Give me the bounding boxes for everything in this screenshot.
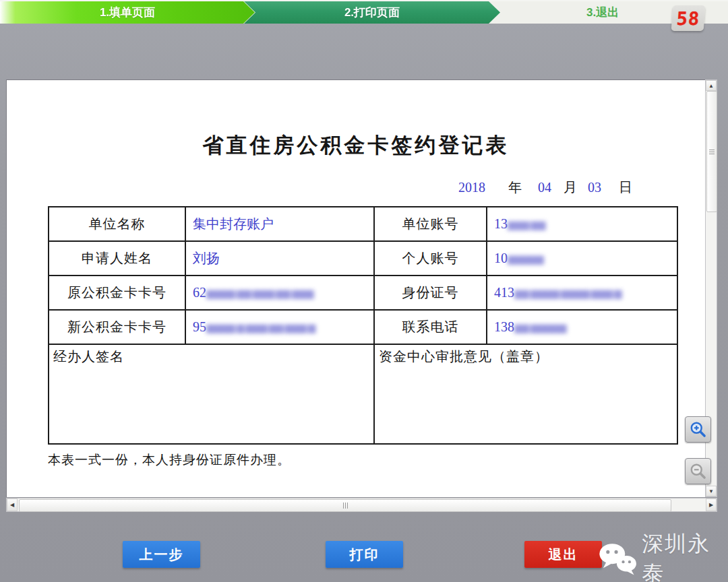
redacted-blur: ▆▆▆▆ ▆ ▆▆▆ ▆▆ ▆▆▆ ▆ — [206, 321, 315, 333]
redacted-blur: ▆▆ ▆▆▆▆ ▆▆▆▆ ▆▆▆ ▆ — [514, 287, 621, 299]
horizontal-scroll-thumb[interactable] — [19, 499, 671, 512]
scroll-right-button[interactable]: ▶ — [706, 498, 717, 511]
document-date: 2018 年 04 月 03 日 — [7, 179, 705, 197]
thumb-grip — [345, 503, 346, 509]
date-year: 2018 — [458, 180, 485, 195]
previous-step-button[interactable]: 上一步 — [123, 541, 200, 568]
approval-opinion-cell: 资金中心审批意见（盖章） — [374, 344, 677, 444]
field-value-contact-phone: 138▆▆ ▆▆▆▆▆ — [487, 310, 677, 344]
thumb-grip — [709, 152, 715, 152]
document-title: 省直住房公积金卡签约登记表 — [7, 131, 705, 160]
watermark-text: 深圳永泰 — [642, 529, 728, 582]
scroll-down-button[interactable]: ▼ — [706, 486, 717, 496]
document-footnote: 本表一式一份，本人持身份证原件办理。 — [48, 451, 705, 469]
scroll-up-button[interactable]: ▲ — [706, 80, 717, 91]
table-row: 经办人签名 资金中心审批意见（盖章） — [49, 344, 677, 444]
table-row: 新公积金卡卡号 95▆▆▆▆ ▆ ▆▆▆ ▆▆ ▆▆▆ ▆ 联系电话 138▆▆… — [49, 310, 677, 344]
progress-step-label: 3.退出 — [586, 5, 619, 20]
field-value-personal-account: 10▆▆▆▆▆ — [487, 241, 677, 276]
date-month-unit: 月 — [564, 179, 577, 197]
field-value-old-card-number: 62▆▆▆▆ ▆▆ ▆▆▆ ▆▆ ▆▆▆ — [185, 276, 374, 310]
field-value-unit-account: 13▆▆▆ ▆▆ — [487, 207, 677, 241]
zoom-in-icon — [689, 420, 707, 439]
field-value-id-number: 413▆▆ ▆▆▆▆ ▆▆▆▆ ▆▆▆ ▆ — [487, 276, 677, 310]
zoom-out-icon — [689, 462, 707, 480]
field-value-unit-name: 集中封存账户 — [185, 207, 374, 241]
field-label-id-number: 身份证号 — [374, 276, 487, 310]
progress-bar: 3.退出 2.打印页面 1.填单页面 — [0, 0, 728, 24]
field-label-unit-name: 单位名称 — [49, 207, 185, 241]
vertical-scroll-thumb[interactable] — [706, 91, 717, 212]
redacted-blur: ▆▆▆ ▆▆ — [508, 218, 545, 230]
progress-step-label: 2.打印页面 — [344, 5, 400, 20]
countdown-timer: 58 — [671, 5, 706, 31]
field-value-applicant-name: 刘扬 — [185, 241, 374, 276]
registration-form-table: 单位名称 集中封存账户 单位账号 13▆▆▆ ▆▆ 申请人姓名 刘扬 个人账号 … — [48, 206, 678, 445]
field-label-old-card-number: 原公积金卡卡号 — [49, 276, 185, 310]
field-value-new-card-number: 95▆▆▆▆ ▆ ▆▆▆ ▆▆ ▆▆▆ ▆ — [185, 310, 374, 344]
zoom-out-button[interactable] — [685, 458, 711, 484]
field-label-new-card-number: 新公积金卡卡号 — [49, 310, 185, 344]
date-year-unit: 年 — [508, 179, 522, 197]
redacted-blur: ▆▆ ▆▆▆▆▆ — [514, 321, 566, 333]
progress-step-print: 2.打印页面 — [244, 1, 500, 24]
table-row: 原公积金卡卡号 62▆▆▆▆ ▆▆ ▆▆▆ ▆▆ ▆▆▆ 身份证号 413▆▆ … — [49, 276, 677, 310]
field-label-personal-account: 个人账号 — [374, 241, 487, 276]
table-row: 申请人姓名 刘扬 个人账号 10▆▆▆▆▆ — [49, 241, 677, 276]
field-label-unit-account: 单位账号 — [374, 207, 487, 241]
scroll-right-icon: ▶ — [709, 502, 713, 508]
progress-step-fill: 1.填单页面 — [0, 1, 255, 24]
kiosk-screen: 3.退出 2.打印页面 1.填单页面 58 省直住房公积金卡签约登记表 2018… — [0, 0, 728, 582]
horizontal-scrollbar[interactable]: ◀ ▶ — [6, 498, 717, 512]
print-button[interactable]: 打印 — [326, 541, 403, 568]
scroll-down-icon: ▼ — [708, 488, 714, 494]
scroll-left-icon: ◀ — [10, 502, 14, 508]
wechat-icon — [597, 540, 638, 578]
progress-step-label: 1.填单页面 — [100, 5, 155, 20]
scroll-left-button[interactable]: ◀ — [7, 498, 18, 511]
date-day-unit: 日 — [619, 179, 632, 197]
field-label-applicant-name: 申请人姓名 — [49, 241, 185, 276]
handler-signature-cell: 经办人签名 — [49, 344, 374, 444]
exit-button[interactable]: 退出 — [524, 541, 602, 568]
redacted-blur: ▆▆▆▆▆ — [508, 253, 543, 265]
zoom-in-button[interactable] — [685, 416, 711, 443]
scroll-up-icon: ▲ — [708, 83, 714, 89]
table-row: 单位名称 集中封存账户 单位账号 13▆▆▆ ▆▆ — [49, 207, 677, 241]
document-preview: 省直住房公积金卡签约登记表 2018 年 04 月 03 日 单位名称 集中封存… — [6, 79, 705, 497]
date-day: 03 — [588, 180, 601, 195]
date-month: 04 — [538, 180, 551, 195]
wechat-watermark: 深圳永泰 — [597, 529, 728, 582]
redacted-blur: ▆▆▆▆ ▆▆ ▆▆▆ ▆▆ ▆▆▆ — [206, 287, 313, 299]
field-label-contact-phone: 联系电话 — [374, 310, 487, 344]
